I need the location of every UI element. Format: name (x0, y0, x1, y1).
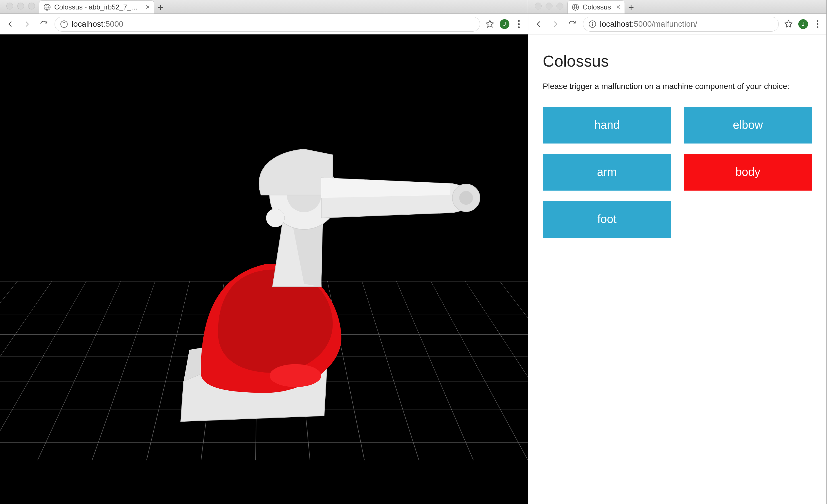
back-button[interactable] (533, 18, 544, 30)
url-port: :5000 (632, 19, 652, 29)
page-content: Colossus Please trigger a malfunction on… (528, 35, 826, 504)
address-bar[interactable]: localhost:5000 (55, 17, 480, 32)
toolbar: localhost:5000 J (0, 14, 528, 35)
button-label: elbow (733, 118, 763, 132)
kebab-menu-icon[interactable] (813, 20, 822, 28)
site-info-icon[interactable] (60, 20, 68, 28)
button-label: body (735, 166, 761, 179)
traffic-close-icon[interactable] (6, 3, 13, 9)
instructions-text: Please trigger a malfunction on a machin… (543, 81, 801, 92)
svg-point-7 (266, 209, 285, 227)
browser-window-left: Colossus - abb_irb52_7_120 × + localhost… (0, 0, 528, 504)
traffic-lights (531, 3, 568, 13)
tab-strip: Colossus - abb_irb52_7_120 × + (39, 0, 526, 13)
malfunction-button-body[interactable]: body (684, 154, 812, 191)
viewport-3d[interactable] (0, 35, 528, 504)
svg-point-9 (459, 191, 473, 205)
browser-tab[interactable]: Colossus - abb_irb52_7_120 × (39, 0, 154, 13)
traffic-minimize-icon[interactable] (17, 3, 24, 9)
profile-avatar[interactable]: J (500, 19, 509, 29)
tab-close-icon[interactable]: × (146, 3, 150, 11)
tab-title: Colossus - abb_irb52_7_120 (54, 3, 140, 11)
robot-arm-3d (0, 35, 528, 482)
page-heading: Colossus (543, 52, 812, 70)
url-text: localhost:5000 (71, 19, 124, 29)
component-buttons-grid: hand elbow arm body foot (543, 107, 812, 238)
avatar-initial: J (503, 21, 506, 27)
site-info-icon[interactable] (588, 20, 596, 28)
url-host: localhost (600, 19, 632, 29)
url-path: /malfunction/ (652, 19, 697, 29)
kebab-menu-icon[interactable] (515, 20, 523, 28)
malfunction-button-elbow[interactable]: elbow (684, 107, 812, 144)
traffic-close-icon[interactable] (535, 3, 542, 9)
traffic-minimize-icon[interactable] (546, 3, 552, 9)
globe-icon (43, 3, 51, 11)
url-text: localhost:5000/malfunction/ (600, 19, 697, 29)
tab-title: Colossus (583, 3, 611, 11)
button-label: arm (597, 166, 617, 179)
button-label: foot (597, 213, 617, 225)
globe-icon (572, 3, 579, 11)
malfunction-button-arm[interactable]: arm (543, 154, 671, 191)
traffic-lights (2, 3, 39, 13)
browser-tab[interactable]: Colossus × (568, 0, 625, 13)
robot-scene (0, 35, 528, 504)
title-bar: Colossus - abb_irb52_7_120 × + (0, 0, 528, 14)
url-host: localhost (71, 19, 103, 29)
svg-point-13 (592, 22, 593, 23)
forward-button[interactable] (550, 18, 561, 30)
bookmark-star-icon[interactable] (784, 19, 793, 29)
title-bar: Colossus × + (528, 0, 826, 14)
new-tab-button[interactable]: + (625, 1, 637, 13)
new-tab-button[interactable]: + (154, 1, 167, 13)
malfunction-button-hand[interactable]: hand (543, 107, 671, 144)
traffic-zoom-icon[interactable] (28, 3, 35, 9)
reload-button[interactable] (38, 18, 49, 30)
traffic-zoom-icon[interactable] (556, 3, 564, 9)
button-label: hand (594, 118, 620, 132)
profile-avatar[interactable]: J (798, 19, 808, 29)
reload-button[interactable] (566, 18, 578, 30)
tab-close-icon[interactable]: × (616, 3, 621, 11)
bookmark-star-icon[interactable] (485, 19, 494, 29)
svg-point-3 (64, 22, 64, 23)
forward-button[interactable] (21, 18, 33, 30)
tab-strip: Colossus × + (568, 0, 824, 13)
malfunction-button-foot[interactable]: foot (543, 201, 671, 238)
svg-point-4 (270, 364, 321, 387)
browser-window-right: Colossus × + localhost:5000/malfunction/… (528, 0, 827, 504)
back-button[interactable] (5, 18, 16, 30)
url-port: :5000 (103, 19, 124, 29)
toolbar: localhost:5000/malfunction/ J (528, 14, 826, 35)
avatar-initial: J (802, 21, 805, 27)
address-bar[interactable]: localhost:5000/malfunction/ (583, 17, 779, 32)
